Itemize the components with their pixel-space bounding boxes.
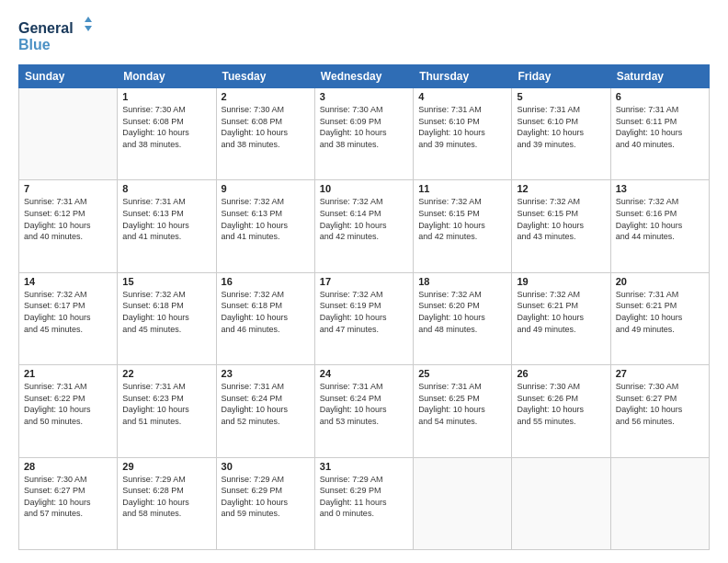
calendar-header-row: SundayMondayTuesdayWednesdayThursdayFrid… [19, 65, 710, 88]
page: General Blue SundayMondayTuesdayWednesda… [0, 0, 728, 563]
cell-info: Sunrise: 7:32 AM Sunset: 6:21 PM Dayligh… [517, 289, 605, 335]
calendar-cell: 22Sunrise: 7:31 AM Sunset: 6:23 PM Dayli… [118, 365, 216, 457]
day-number: 24 [320, 368, 408, 379]
cell-info: Sunrise: 7:31 AM Sunset: 6:10 PM Dayligh… [418, 104, 506, 150]
calendar-cell [512, 457, 610, 549]
col-header-tuesday: Tuesday [216, 65, 314, 88]
calendar-cell: 28Sunrise: 7:30 AM Sunset: 6:27 PM Dayli… [19, 457, 118, 549]
svg-text:Blue: Blue [18, 37, 51, 52]
col-header-sunday: Sunday [19, 65, 118, 88]
cell-info: Sunrise: 7:30 AM Sunset: 6:27 PM Dayligh… [616, 381, 704, 427]
header: General Blue [18, 17, 710, 55]
col-header-monday: Monday [118, 65, 216, 88]
calendar-cell: 23Sunrise: 7:31 AM Sunset: 6:24 PM Dayli… [216, 365, 314, 457]
day-number: 2 [222, 91, 310, 102]
calendar-cell: 8Sunrise: 7:31 AM Sunset: 6:13 PM Daylig… [118, 180, 216, 272]
day-number: 10 [320, 183, 408, 194]
calendar-cell [610, 457, 709, 549]
svg-text:General: General [18, 20, 74, 36]
day-number: 20 [616, 276, 704, 287]
calendar-cell: 11Sunrise: 7:32 AM Sunset: 6:15 PM Dayli… [414, 180, 512, 272]
cell-info: Sunrise: 7:30 AM Sunset: 6:27 PM Dayligh… [24, 474, 112, 520]
cell-info: Sunrise: 7:31 AM Sunset: 6:25 PM Dayligh… [418, 381, 506, 427]
cell-info: Sunrise: 7:32 AM Sunset: 6:18 PM Dayligh… [122, 289, 210, 335]
cell-info: Sunrise: 7:31 AM Sunset: 6:24 PM Dayligh… [222, 381, 310, 427]
cell-info: Sunrise: 7:32 AM Sunset: 6:18 PM Dayligh… [222, 289, 310, 335]
day-number: 9 [222, 183, 310, 194]
calendar-cell: 20Sunrise: 7:31 AM Sunset: 6:21 PM Dayli… [610, 272, 709, 364]
calendar-cell: 19Sunrise: 7:32 AM Sunset: 6:21 PM Dayli… [512, 272, 610, 364]
cell-info: Sunrise: 7:29 AM Sunset: 6:28 PM Dayligh… [122, 474, 210, 520]
day-number: 14 [24, 276, 112, 287]
cell-info: Sunrise: 7:29 AM Sunset: 6:29 PM Dayligh… [222, 474, 310, 520]
cell-info: Sunrise: 7:30 AM Sunset: 6:08 PM Dayligh… [122, 104, 210, 150]
cell-info: Sunrise: 7:31 AM Sunset: 6:13 PM Dayligh… [122, 196, 210, 242]
calendar-cell: 9Sunrise: 7:32 AM Sunset: 6:13 PM Daylig… [216, 180, 314, 272]
calendar-cell: 5Sunrise: 7:31 AM Sunset: 6:10 PM Daylig… [512, 88, 610, 180]
day-number: 25 [418, 368, 506, 379]
day-number: 12 [517, 183, 605, 194]
calendar-cell: 15Sunrise: 7:32 AM Sunset: 6:18 PM Dayli… [118, 272, 216, 364]
calendar-table: SundayMondayTuesdayWednesdayThursdayFrid… [18, 64, 710, 550]
cell-info: Sunrise: 7:30 AM Sunset: 6:09 PM Dayligh… [320, 104, 408, 150]
logo: General Blue [18, 17, 92, 55]
day-number: 27 [616, 368, 704, 379]
calendar-cell: 29Sunrise: 7:29 AM Sunset: 6:28 PM Dayli… [118, 457, 216, 549]
cell-info: Sunrise: 7:30 AM Sunset: 6:08 PM Dayligh… [222, 104, 310, 150]
day-number: 7 [24, 183, 112, 194]
day-number: 13 [616, 183, 704, 194]
day-number: 15 [122, 276, 210, 287]
week-row-3: 21Sunrise: 7:31 AM Sunset: 6:22 PM Dayli… [19, 365, 710, 457]
calendar-cell: 24Sunrise: 7:31 AM Sunset: 6:24 PM Dayli… [314, 365, 413, 457]
svg-marker-2 [85, 17, 92, 22]
calendar-cell: 6Sunrise: 7:31 AM Sunset: 6:11 PM Daylig… [610, 88, 709, 180]
svg-marker-3 [85, 26, 92, 31]
col-header-saturday: Saturday [610, 65, 709, 88]
day-number: 30 [222, 461, 310, 472]
logo-icon: General Blue [18, 17, 92, 55]
col-header-friday: Friday [512, 65, 610, 88]
cell-info: Sunrise: 7:32 AM Sunset: 6:16 PM Dayligh… [616, 196, 704, 242]
calendar-cell: 18Sunrise: 7:32 AM Sunset: 6:20 PM Dayli… [414, 272, 512, 364]
cell-info: Sunrise: 7:31 AM Sunset: 6:22 PM Dayligh… [24, 381, 112, 427]
day-number: 6 [616, 91, 704, 102]
calendar-cell: 26Sunrise: 7:30 AM Sunset: 6:26 PM Dayli… [512, 365, 610, 457]
day-number: 4 [418, 91, 506, 102]
calendar-cell: 30Sunrise: 7:29 AM Sunset: 6:29 PM Dayli… [216, 457, 314, 549]
day-number: 31 [320, 461, 408, 472]
day-number: 8 [122, 183, 210, 194]
day-number: 11 [418, 183, 506, 194]
calendar-cell: 12Sunrise: 7:32 AM Sunset: 6:15 PM Dayli… [512, 180, 610, 272]
cell-info: Sunrise: 7:32 AM Sunset: 6:13 PM Dayligh… [222, 196, 310, 242]
day-number: 23 [222, 368, 310, 379]
day-number: 17 [320, 276, 408, 287]
day-number: 1 [122, 91, 210, 102]
calendar-cell: 3Sunrise: 7:30 AM Sunset: 6:09 PM Daylig… [314, 88, 413, 180]
col-header-thursday: Thursday [414, 65, 512, 88]
calendar-cell: 2Sunrise: 7:30 AM Sunset: 6:08 PM Daylig… [216, 88, 314, 180]
cell-info: Sunrise: 7:31 AM Sunset: 6:24 PM Dayligh… [320, 381, 408, 427]
calendar-cell: 27Sunrise: 7:30 AM Sunset: 6:27 PM Dayli… [610, 365, 709, 457]
day-number: 29 [122, 461, 210, 472]
calendar-cell: 16Sunrise: 7:32 AM Sunset: 6:18 PM Dayli… [216, 272, 314, 364]
day-number: 18 [418, 276, 506, 287]
calendar-cell: 21Sunrise: 7:31 AM Sunset: 6:22 PM Dayli… [19, 365, 118, 457]
calendar-cell: 10Sunrise: 7:32 AM Sunset: 6:14 PM Dayli… [314, 180, 413, 272]
day-number: 3 [320, 91, 408, 102]
cell-info: Sunrise: 7:32 AM Sunset: 6:15 PM Dayligh… [418, 196, 506, 242]
cell-info: Sunrise: 7:29 AM Sunset: 6:29 PM Dayligh… [320, 474, 408, 520]
calendar-cell: 13Sunrise: 7:32 AM Sunset: 6:16 PM Dayli… [610, 180, 709, 272]
week-row-1: 7Sunrise: 7:31 AM Sunset: 6:12 PM Daylig… [19, 180, 710, 272]
day-number: 5 [517, 91, 605, 102]
day-number: 26 [517, 368, 605, 379]
cell-info: Sunrise: 7:31 AM Sunset: 6:11 PM Dayligh… [616, 104, 704, 150]
cell-info: Sunrise: 7:32 AM Sunset: 6:17 PM Dayligh… [24, 289, 112, 335]
logo-block: General Blue [18, 17, 92, 55]
cell-info: Sunrise: 7:30 AM Sunset: 6:26 PM Dayligh… [517, 381, 605, 427]
cell-info: Sunrise: 7:31 AM Sunset: 6:21 PM Dayligh… [616, 289, 704, 335]
cell-info: Sunrise: 7:32 AM Sunset: 6:20 PM Dayligh… [418, 289, 506, 335]
cell-info: Sunrise: 7:32 AM Sunset: 6:14 PM Dayligh… [320, 196, 408, 242]
col-header-wednesday: Wednesday [314, 65, 413, 88]
cell-info: Sunrise: 7:31 AM Sunset: 6:12 PM Dayligh… [24, 196, 112, 242]
day-number: 28 [24, 461, 112, 472]
